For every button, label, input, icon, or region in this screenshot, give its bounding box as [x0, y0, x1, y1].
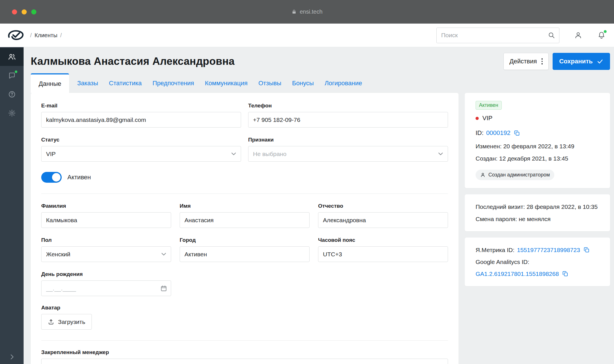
metrika-id-link[interactable]: 1551977723718998723: [517, 246, 580, 254]
chevron-right-icon: [8, 353, 16, 361]
notification-dot: [604, 30, 607, 33]
users-icon: [8, 53, 16, 61]
copy-icon[interactable]: [562, 271, 569, 277]
copy-icon[interactable]: [583, 247, 590, 253]
kebab-icon: [542, 58, 543, 65]
form-row-manager: Закрепленный менеджер Селижаров А. Е.: [41, 349, 448, 364]
profile-button[interactable]: [571, 28, 586, 43]
breadcrumb-clients[interactable]: Клиенты: [35, 32, 57, 39]
sidebar-item-messages[interactable]: [0, 66, 24, 85]
manager-select-value: Селижаров А. Е.: [46, 363, 92, 364]
created-date: Создан: 12 декабря 2021, в 13:45: [476, 154, 599, 163]
timezone-label: Часовой пояс: [318, 237, 448, 243]
toggle-knob: [52, 173, 61, 182]
chevron-down-icon: [161, 253, 166, 256]
analytics-card: Я.Метрика ID: 1551977723718998723 Google…: [465, 238, 610, 286]
middle-name-label: Отчество: [318, 203, 448, 209]
title-row: Калмыкова Анастасия Александровна Действ…: [31, 53, 610, 70]
chat-icon: [8, 72, 16, 80]
ga-label-row: Google Analitycs ID:: [476, 257, 599, 266]
active-toggle[interactable]: [41, 172, 62, 183]
ga-id-link[interactable]: GA1.2.619217801.1551898268: [476, 269, 559, 278]
vip-label: VIP: [482, 115, 492, 122]
attributes-select[interactable]: Не выбрано: [248, 146, 448, 162]
sidebar-item-help[interactable]: [0, 85, 24, 103]
tab-reviews[interactable]: Отзывы: [253, 73, 287, 93]
person-icon: [480, 172, 486, 178]
manager-select[interactable]: Селижаров А. Е.: [41, 359, 448, 364]
vip-dot-icon: [476, 117, 479, 120]
summary-card: Активен VIP ID: 0000192 Изменен: 20 февр…: [465, 93, 610, 188]
sidebar-expand-button[interactable]: [0, 353, 24, 361]
actions-button-label: Действия: [509, 58, 537, 65]
password-change-line: Смена пароля: не менялся: [476, 215, 599, 223]
app-header: / Клиенты /: [0, 24, 614, 47]
form-row-birthday: День рождения: [41, 271, 448, 296]
tab-logging[interactable]: Логирование: [319, 73, 368, 93]
browser-chrome: ensi.tech: [0, 0, 614, 24]
notifications-button[interactable]: [594, 28, 609, 43]
copy-icon[interactable]: [514, 130, 520, 136]
birthday-field[interactable]: [41, 280, 171, 296]
tab-data[interactable]: Данные: [31, 73, 69, 93]
status-badge: Активен: [476, 101, 502, 110]
tab-orders[interactable]: Заказы: [72, 73, 103, 93]
ga-value-row: GA1.2.619217801.1551898268: [476, 269, 599, 278]
metrika-label: Я.Метрика ID:: [476, 246, 515, 254]
upload-icon: [48, 319, 54, 325]
zoom-window-button[interactable]: [31, 9, 36, 14]
client-id-row: ID: 0000192: [476, 129, 599, 137]
avatar-upload-button[interactable]: Загрузить: [41, 314, 92, 330]
tab-communication[interactable]: Коммуникация: [200, 73, 253, 93]
close-window-button[interactable]: [12, 9, 17, 14]
first-name-field[interactable]: [180, 212, 310, 228]
phone-field[interactable]: [248, 112, 448, 128]
user-icon: [574, 31, 582, 39]
active-toggle-row: Активен: [41, 172, 448, 183]
breadcrumb-slash: /: [30, 32, 32, 39]
id-label: ID:: [476, 129, 484, 137]
manager-label: Закрепленный менеджер: [41, 349, 448, 355]
minimize-window-button[interactable]: [22, 9, 27, 14]
breadcrumb: / Клиенты /: [30, 32, 62, 39]
tab-bonuses[interactable]: Бонусы: [287, 73, 319, 93]
tab-preferences[interactable]: Предпочтения: [147, 73, 200, 93]
middle-name-field[interactable]: [318, 212, 448, 228]
id-link[interactable]: 0000192: [486, 129, 511, 137]
timezone-field[interactable]: [318, 246, 448, 262]
sidebar-item-clients[interactable]: [0, 48, 24, 66]
gear-icon: [8, 109, 16, 117]
email-field[interactable]: [41, 112, 241, 128]
search-icon[interactable]: [548, 32, 555, 39]
gender-select[interactable]: Женский: [41, 246, 171, 262]
city-field[interactable]: [180, 246, 310, 262]
status-select-value: VIP: [46, 151, 56, 157]
last-visit-line: Последний визит: 28 февраля 2022, в 10:3…: [476, 202, 599, 211]
client-form-card: E-mail Телефон Статус VIP: [31, 93, 459, 364]
check-icon: [597, 58, 603, 65]
actions-button[interactable]: Действия: [503, 53, 549, 70]
chevron-down-icon: [438, 152, 443, 155]
search-input[interactable]: [441, 32, 548, 39]
status-label: Статус: [41, 137, 241, 143]
search-box: [436, 28, 559, 43]
sidebar-item-settings[interactable]: [0, 104, 24, 122]
calendar-icon[interactable]: [160, 285, 167, 292]
activity-card: Последний визит: 28 февраля 2022, в 10:3…: [465, 194, 610, 231]
created-by-label: Создан администратором: [488, 172, 550, 178]
form-divider: [41, 194, 448, 194]
tab-statistics[interactable]: Статистика: [103, 73, 147, 93]
gender-select-value: Женский: [46, 251, 70, 258]
save-button[interactable]: Сохранить: [553, 53, 610, 70]
form-row-name: Фамилия Имя Отчество: [41, 203, 448, 228]
summary-column: Активен VIP ID: 0000192 Изменен: 20 февр…: [465, 93, 610, 286]
help-icon: [8, 90, 16, 98]
form-row-demographics: Пол Женский Город Часовой пояс: [41, 237, 448, 262]
modified-date: Изменен: 20 февраля 2022, в 13:49: [476, 142, 599, 151]
status-select[interactable]: VIP: [41, 146, 241, 162]
first-name-label: Имя: [180, 203, 310, 209]
last-name-field[interactable]: [41, 212, 171, 228]
ensi-logo[interactable]: [7, 30, 24, 41]
birthday-label: День рождения: [41, 271, 448, 277]
address-bar: ensi.tech: [0, 0, 614, 24]
